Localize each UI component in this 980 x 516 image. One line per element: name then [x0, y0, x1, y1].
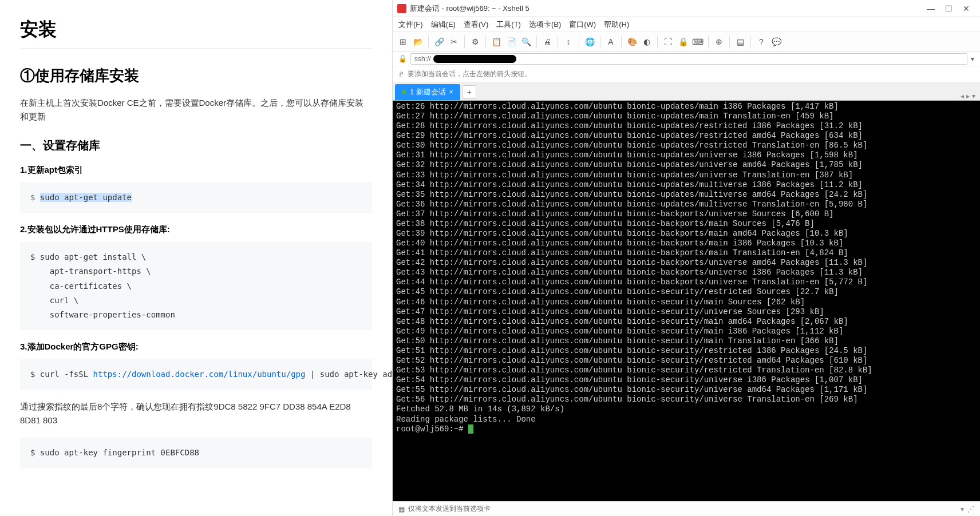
hint-bar: ↱ 要添加当前会话，点击左侧的箭头按钮。 — [393, 66, 980, 82]
doc-step-2: 2.安装包以允许通过HTTPS使用存储库: — [20, 224, 372, 235]
hint-text: 要添加当前会话，点击左侧的箭头按钮。 — [408, 69, 531, 79]
xshell-window: 新建会话 - root@wlj569: ~ - Xshell 5 — ☐ ✕ 文… — [392, 0, 980, 516]
print-icon[interactable]: 🖨 — [542, 36, 553, 47]
terminal-line: Get:36 http://mirrors.cloud.aliyuncs.com… — [396, 200, 977, 209]
copy-icon[interactable]: 📋 — [491, 36, 502, 47]
toolbar-separator — [708, 35, 709, 48]
arrow-hint-icon: ↱ — [398, 70, 404, 78]
find-icon[interactable]: 🔍 — [520, 36, 532, 47]
paste-icon[interactable]: 📄 — [505, 36, 517, 47]
terminal-line: Get:56 http://mirrors.cloud.aliyuncs.com… — [396, 395, 977, 404]
terminal-line: Get:38 http://mirrors.cloud.aliyuncs.com… — [396, 219, 977, 229]
chat-icon[interactable]: 💬 — [770, 36, 782, 47]
status-dropdown-icon[interactable]: ▾ — [961, 505, 964, 513]
toolbar-separator — [600, 35, 600, 48]
terminal-line: Get:53 http://mirrors.cloud.aliyuncs.com… — [396, 366, 977, 375]
add-icon[interactable]: ⊕ — [713, 36, 725, 47]
terminal-line: Get:41 http://mirrors.cloud.aliyuncs.com… — [396, 248, 977, 258]
menu-tabs[interactable]: 选项卡(B) — [529, 19, 561, 30]
open-icon[interactable]: 📂 — [412, 36, 424, 47]
toolbar-separator — [428, 35, 429, 48]
address-masked — [433, 55, 516, 63]
window-controls: — ☐ ✕ — [927, 4, 975, 13]
tab-next-icon[interactable]: ▸ — [966, 92, 970, 100]
terminal-line: Get:31 http://mirrors.cloud.aliyuncs.com… — [396, 150, 977, 160]
code-block-3[interactable]: $ curl -fsSL https://download.docker.com… — [20, 359, 372, 390]
doc-intro: 在新主机上首次安装Docker CE之前，需要设置Docker存储库。之后，您可… — [20, 96, 372, 124]
toolbar-separator — [750, 35, 751, 48]
terminal-line: Get:49 http://mirrors.cloud.aliyuncs.com… — [396, 327, 977, 336]
status-bar: ▦ 仅将文本发送到当前选项卡 ▾ ⋰ — [393, 501, 980, 516]
terminal-prompt[interactable]: root@wlj569:~# — [396, 424, 977, 434]
globe-icon[interactable]: 🌐 — [584, 36, 595, 47]
new-tab-button[interactable]: + — [463, 85, 476, 99]
window-title: 新建会话 - root@wlj569: ~ - Xshell 5 — [410, 3, 927, 14]
doc-heading-repo: ①使用存储库安装 — [20, 66, 372, 86]
menu-edit[interactable]: 编辑(E) — [431, 19, 456, 30]
menu-tools[interactable]: 工具(T) — [496, 19, 521, 30]
new-session-icon[interactable]: ⊞ — [397, 36, 409, 47]
tab-close-icon[interactable]: × — [449, 88, 453, 96]
menu-view[interactable]: 查看(V) — [464, 19, 488, 30]
terminal-line: Get:33 http://mirrors.cloud.aliyuncs.com… — [396, 170, 977, 180]
close-button[interactable]: ✕ — [963, 4, 970, 13]
docker-gpg-url[interactable]: https://download.docker.com/linux/ubuntu… — [93, 370, 306, 379]
doc-fingerprint-note: 通过搜索指纹的最后8个字符，确认您现在拥有指纹9DC8 5822 9FC7 DD… — [20, 400, 372, 427]
menu-bar: 文件(F) 编辑(E) 查看(V) 工具(T) 选项卡(B) 窗口(W) 帮助(… — [393, 17, 980, 32]
toolbar-separator — [464, 35, 465, 48]
transfer-icon[interactable]: ↕ — [563, 36, 574, 47]
terminal-line: Get:32 http://mirrors.cloud.aliyuncs.com… — [396, 160, 977, 170]
theme-icon[interactable]: ◐ — [641, 36, 653, 47]
menu-help[interactable]: 帮助(H) — [604, 19, 629, 30]
session-tab-1[interactable]: 1 新建会话 × — [395, 84, 460, 100]
terminal-output[interactable]: Get:26 http://mirrors.cloud.aliyuncs.com… — [393, 101, 980, 501]
terminal-line: Get:34 http://mirrors.cloud.aliyuncs.com… — [396, 180, 977, 190]
keyboard-icon[interactable]: ⌨ — [692, 36, 704, 47]
toolbar-separator — [729, 35, 730, 48]
minimize-button[interactable]: — — [927, 4, 935, 13]
menu-file[interactable]: 文件(F) — [398, 19, 423, 30]
terminal-line: Get:42 http://mirrors.cloud.aliyuncs.com… — [396, 258, 977, 268]
reconnect-icon[interactable]: 🔗 — [433, 36, 445, 47]
address-bar: 🔓 ssh:// ▾ — [393, 51, 980, 66]
tab-nav: ◂ ▸ ▾ — [961, 92, 975, 100]
code-block-4[interactable]: $ sudo apt-key fingerprint 0EBFCD88 — [20, 438, 372, 468]
lock-small-icon: 🔓 — [398, 55, 407, 63]
toolbar-separator — [657, 35, 658, 48]
tab-prev-icon[interactable]: ◂ — [961, 92, 964, 100]
terminal-line: Get:30 http://mirrors.cloud.aliyuncs.com… — [396, 141, 977, 150]
doc-step-1: 1.更新apt包索引 — [20, 165, 372, 176]
terminal-line: Get:51 http://mirrors.cloud.aliyuncs.com… — [396, 346, 977, 356]
code-block-1[interactable]: $ sudo apt-get update — [20, 182, 372, 213]
help-icon[interactable]: ? — [756, 36, 767, 47]
terminal-line: Get:27 http://mirrors.cloud.aliyuncs.com… — [396, 112, 977, 121]
address-dropdown-icon[interactable]: ▾ — [971, 55, 974, 63]
terminal-line: Get:45 http://mirrors.cloud.aliyuncs.com… — [396, 287, 977, 297]
status-grip-icon: ⋰ — [967, 505, 974, 513]
terminal-line: Get:37 http://mirrors.cloud.aliyuncs.com… — [396, 209, 977, 219]
lock-icon[interactable]: 🔒 — [677, 36, 689, 47]
terminal-line: Get:52 http://mirrors.cloud.aliyuncs.com… — [396, 356, 977, 366]
terminal-line: Fetched 52.8 MB in 14s (3,892 kB/s) — [396, 404, 977, 414]
terminal-line: Get:26 http://mirrors.cloud.aliyuncs.com… — [396, 102, 977, 112]
terminal-line: Get:29 http://mirrors.cloud.aliyuncs.com… — [396, 131, 977, 141]
properties-icon[interactable]: ⚙ — [469, 36, 481, 47]
color-icon[interactable]: 🎨 — [626, 36, 638, 47]
send-mode-icon: ▦ — [398, 505, 405, 513]
font-icon[interactable]: A — [605, 36, 617, 47]
code-block-2[interactable]: $ sudo apt-get install \ apt-transport-h… — [20, 242, 372, 330]
disconnect-icon[interactable]: ✂ — [448, 36, 460, 47]
tab-label: 1 新建会话 — [410, 87, 446, 97]
cascade-icon[interactable]: ▤ — [734, 36, 746, 47]
maximize-button[interactable]: ☐ — [945, 4, 953, 13]
tab-bar: 1 新建会话 × + ◂ ▸ ▾ — [393, 82, 980, 101]
window-titlebar[interactable]: 新建会话 - root@wlj569: ~ - Xshell 5 — ☐ ✕ — [393, 0, 980, 17]
fullscreen-icon[interactable]: ⛶ — [662, 36, 674, 47]
address-input[interactable]: ssh:// — [410, 53, 967, 65]
tab-list-icon[interactable]: ▾ — [972, 92, 975, 100]
toolbar-separator — [579, 35, 579, 48]
terminal-line: Get:46 http://mirrors.cloud.aliyuncs.com… — [396, 297, 977, 307]
xshell-app-icon — [397, 4, 406, 13]
toolbar-separator — [536, 35, 537, 48]
menu-window[interactable]: 窗口(W) — [569, 19, 596, 30]
